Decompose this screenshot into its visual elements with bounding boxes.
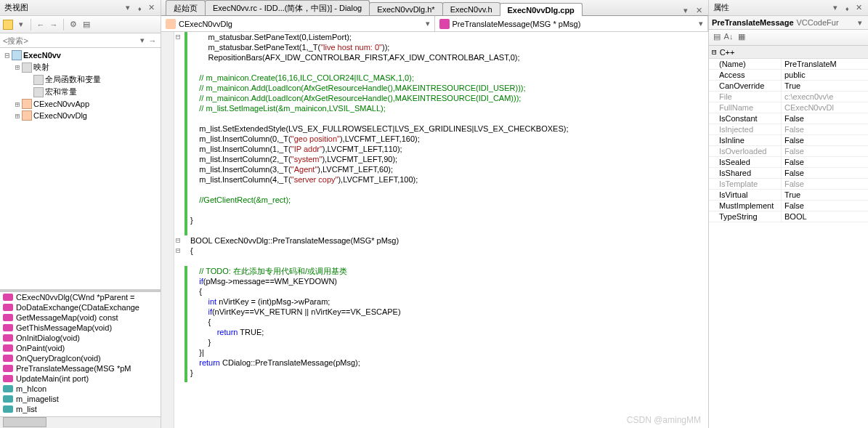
search-input[interactable] (3, 36, 137, 45)
property-row[interactable]: IsInjectedFalse (709, 124, 868, 135)
document-tab[interactable]: ExecN0vv.rc - IDD...(简体，中国)] - Dialog (205, 0, 370, 15)
member-item[interactable]: m_hIcon (0, 384, 161, 394)
property-row[interactable]: FullNameCExecN0vvDl (709, 102, 868, 113)
property-value[interactable]: False (782, 113, 868, 124)
expand-icon[interactable]: ⊟ (3, 51, 12, 60)
property-row[interactable]: TypeStringBOOL (709, 211, 868, 222)
horizontal-scrollbar[interactable] (0, 416, 161, 428)
class-view-search[interactable]: ▾ → (0, 33, 161, 48)
forward-icon[interactable]: → (49, 20, 59, 30)
member-combo[interactable]: PreTranslateMessage(MSG * pMsg) ▾ (435, 16, 709, 31)
tree-item[interactable]: ⊞CExecN0vvDlg (0, 110, 161, 121)
property-row[interactable]: IsSealedFalse (709, 157, 868, 168)
property-pages-icon[interactable]: ▦ (737, 31, 747, 41)
collapse-icon[interactable]: ⊟ (712, 47, 717, 57)
document-tab[interactable]: ExecN0vv.h (442, 2, 500, 15)
categorized-icon[interactable]: ▤ (712, 31, 722, 41)
alphabetical-icon[interactable]: A↓ (723, 31, 734, 41)
chevron-down-icon[interactable]: ▾ (855, 17, 865, 28)
code-editor[interactable]: ⊟⊟⊟ m_statusbar.SetPaneText(0,ListemPort… (161, 32, 708, 428)
property-object-header[interactable]: PreTranslateMessage VCCodeFur ▾ (709, 16, 868, 30)
property-value[interactable]: False (782, 168, 868, 178)
expand-icon[interactable] (25, 75, 33, 84)
back-icon[interactable]: ← (36, 20, 46, 30)
property-grid[interactable]: ⊟ C++ (Name)PreTranslateMAccesspublicCan… (709, 46, 868, 428)
chevron-down-icon[interactable]: ▾ (699, 19, 703, 28)
tree-item[interactable]: ⊞CExecN0vvApp (0, 98, 161, 110)
property-row[interactable]: CanOverrideTrue (709, 81, 868, 92)
property-value[interactable]: BOOL (782, 211, 868, 222)
document-tab[interactable]: ExecN0vvDlg.h* (369, 2, 442, 15)
property-value[interactable]: False (782, 179, 868, 189)
expand-icon[interactable] (25, 87, 33, 97)
pin-icon[interactable]: ⬧ (134, 3, 145, 13)
member-item[interactable]: CExecN0vvDlg(CWnd *pParent = (0, 292, 161, 302)
new-folder-icon[interactable] (3, 20, 13, 30)
chevron-down-icon[interactable]: ▾ (16, 20, 26, 30)
search-go-icon[interactable]: → (147, 36, 158, 46)
fold-icon[interactable]: ⊟ (176, 246, 181, 255)
property-row[interactable]: IsVirtualTrue (709, 190, 868, 201)
property-row[interactable]: Accesspublic (709, 70, 868, 81)
search-dropdown-icon[interactable]: ▾ (137, 36, 147, 46)
document-tab[interactable]: ExecN0vvDlg.cpp (500, 3, 583, 16)
property-value[interactable]: True (782, 81, 868, 91)
member-item[interactable]: GetMessageMap(void) const (0, 312, 161, 323)
property-row[interactable]: IsOverloadedFalse (709, 146, 868, 157)
property-value[interactable]: public (782, 70, 868, 80)
member-item[interactable]: OnPaint(void) (0, 343, 161, 353)
property-value[interactable]: False (782, 124, 868, 134)
property-row[interactable]: (Name)PreTranslateM (709, 59, 868, 70)
expand-icon[interactable]: ⊞ (13, 100, 22, 109)
property-row[interactable]: Filec:\execn0vv\e (709, 92, 868, 102)
tree-item[interactable]: ⊞映射 (0, 61, 161, 73)
scope-combo[interactable]: CExecN0vvDlg ▾ (161, 16, 435, 31)
close-icon[interactable]: ✕ (146, 3, 156, 13)
pin-icon[interactable]: ⬧ (842, 3, 852, 13)
member-item[interactable]: m_imagelist (0, 394, 161, 404)
property-value[interactable]: PreTranslateM (782, 59, 868, 69)
outline-bar[interactable]: ⊟⊟⊟ (174, 32, 184, 428)
class-tree[interactable]: ⊟ExecN0vv⊞映射 全局函数和变量 宏和常量⊞CExecN0vvApp⊞C… (0, 48, 161, 289)
close-icon[interactable]: ✕ (853, 3, 864, 13)
member-item[interactable]: OnQueryDragIcon(void) (0, 353, 161, 363)
property-value[interactable]: False (782, 135, 868, 145)
expand-icon[interactable]: ⊞ (13, 111, 22, 121)
settings-icon[interactable]: ⚙ (68, 20, 78, 30)
dropdown-icon[interactable]: ▾ (123, 3, 133, 13)
property-value[interactable]: False (782, 157, 868, 167)
property-row[interactable]: IsTemplateFalse (709, 179, 868, 190)
code-content[interactable]: m_statusbar.SetPaneText(0,ListemPort); m… (187, 32, 708, 428)
expand-icon[interactable]: ⊞ (13, 62, 22, 72)
tab-dropdown-icon[interactable]: ▾ (681, 5, 691, 15)
member-item[interactable]: GetThisMessageMap(void) (0, 323, 161, 333)
member-item[interactable]: OnInitDialog(void) (0, 333, 161, 343)
chevron-down-icon[interactable]: ▾ (426, 19, 430, 28)
property-row[interactable]: IsSharedFalse (709, 168, 868, 179)
fold-icon[interactable]: ⊟ (176, 235, 181, 245)
tab-close-icon[interactable]: ✕ (694, 5, 704, 15)
property-value[interactable]: c:\execn0vv\e (782, 92, 868, 102)
property-row[interactable]: IsConstantFalse (709, 113, 868, 124)
tree-item[interactable]: ⊟ExecN0vv (0, 49, 161, 61)
property-value[interactable]: False (782, 201, 868, 211)
property-value[interactable]: CExecN0vvDl (782, 102, 868, 113)
tree-item[interactable]: 全局函数和变量 (0, 73, 161, 86)
member-list[interactable]: CExecN0vvDlg(CWnd *pParent =DoDataExchan… (0, 289, 161, 416)
dropdown-icon[interactable]: ▾ (830, 3, 840, 13)
member-item[interactable]: PreTranslateMessage(MSG *pM (0, 363, 161, 374)
view-icon[interactable]: ▤ (81, 20, 92, 30)
property-value[interactable]: True (782, 190, 868, 200)
property-row[interactable]: MustImplementFalse (709, 201, 868, 211)
tree-item[interactable]: 宏和常量 (0, 86, 161, 98)
property-category[interactable]: ⊟ C++ (709, 46, 868, 59)
document-tab[interactable]: 起始页 (166, 0, 206, 15)
member-label: m_hIcon (16, 384, 46, 393)
property-value[interactable]: False (782, 146, 868, 156)
fold-icon[interactable]: ⊟ (176, 32, 181, 41)
member-item[interactable]: DoDataExchange(CDataExchange (0, 302, 161, 312)
scrollbar-thumb[interactable] (3, 417, 46, 427)
member-item[interactable]: UpdateMain(int port) (0, 374, 161, 384)
property-row[interactable]: IsInlineFalse (709, 135, 868, 146)
member-item[interactable]: m_list (0, 404, 161, 414)
